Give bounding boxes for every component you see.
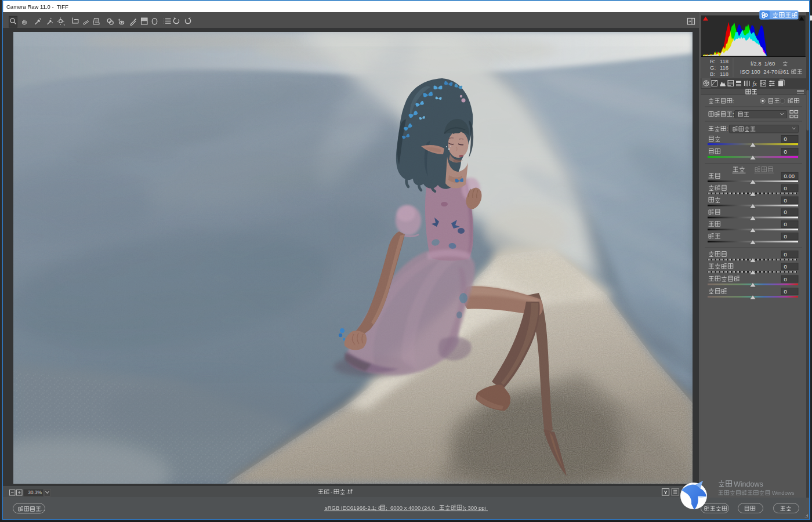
- svg-text:f/2.8 1/60: f/2.8 1/60: [751, 60, 775, 67]
- svg-text:0: 0: [784, 197, 787, 204]
- svg-text:G:: G:: [710, 64, 716, 71]
- svg-text:30.3%: 30.3%: [28, 490, 42, 495]
- svg-text:0: 0: [784, 148, 787, 155]
- svg-text:116: 116: [720, 64, 728, 71]
- svg-text:Windows: Windows: [734, 480, 763, 488]
- svg-text:fx: fx: [753, 81, 757, 87]
- svg-text:0: 0: [784, 233, 787, 240]
- svg-text:Windows: Windows: [772, 490, 795, 496]
- svg-text:118: 118: [720, 71, 728, 77]
- svg-text:; 6000 x 4000 (24.0: ; 6000 x 4000 (24.0: [386, 505, 435, 511]
- svg-text:R:: R:: [710, 58, 716, 64]
- svg-text:118: 118: [720, 58, 728, 64]
- svg-text:0: 0: [784, 136, 787, 142]
- svg-text:-: -: [331, 488, 332, 495]
- svg-text:Y: Y: [664, 489, 668, 495]
- svg-text:0.00: 0.00: [784, 173, 795, 179]
- svg-text:ISO 100 24-70@61: ISO 100 24-70@61: [740, 68, 789, 75]
- svg-text:...: ...: [41, 506, 46, 512]
- svg-text:B:: B:: [710, 71, 715, 77]
- svg-text:0: 0: [784, 251, 787, 258]
- svg-text::: :: [733, 111, 734, 118]
- svg-text:sRGB IEC61966-2.1; 8: sRGB IEC61966-2.1; 8: [325, 505, 381, 511]
- svg-text:0: 0: [784, 263, 787, 270]
- svg-text:0: 0: [784, 185, 787, 191]
- svg-text:0: 0: [784, 221, 787, 227]
- svg-text:0: 0: [784, 288, 787, 295]
- svg-text:.tif: .tif: [346, 488, 353, 495]
- svg-text::: :: [727, 126, 728, 132]
- svg-text:Camera Raw 11.0 - TIFF: Camera Raw 11.0 - TIFF: [6, 3, 68, 10]
- svg-text:0: 0: [784, 209, 787, 215]
- svg-text:); 300 ppi: ); 300 ppi: [463, 505, 486, 511]
- svg-text:0: 0: [784, 276, 787, 282]
- svg-text::: :: [733, 98, 734, 104]
